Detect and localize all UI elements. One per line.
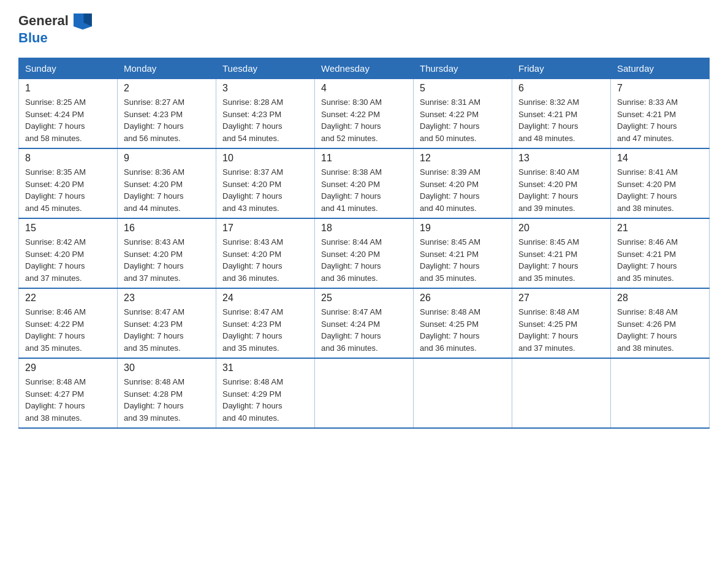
day-info: Sunrise: 8:40 AMSunset: 4:20 PMDaylight:…: [518, 167, 579, 213]
calendar-cell: 31 Sunrise: 8:48 AMSunset: 4:29 PMDaylig…: [216, 358, 315, 428]
day-info: Sunrise: 8:33 AMSunset: 4:21 PMDaylight:…: [617, 98, 678, 143]
calendar-cell: 18 Sunrise: 8:44 AMSunset: 4:20 PMDaylig…: [315, 218, 414, 288]
day-info: Sunrise: 8:32 AMSunset: 4:21 PMDaylight:…: [518, 98, 579, 143]
calendar-cell: 21 Sunrise: 8:46 AMSunset: 4:21 PMDaylig…: [611, 218, 710, 288]
calendar-cell: 13 Sunrise: 8:40 AMSunset: 4:20 PMDaylig…: [512, 148, 611, 218]
calendar-cell: 9 Sunrise: 8:36 AMSunset: 4:20 PMDayligh…: [118, 148, 216, 218]
day-number: 17: [222, 223, 308, 234]
day-number: 8: [25, 153, 111, 164]
calendar-cell: 29 Sunrise: 8:48 AMSunset: 4:27 PMDaylig…: [19, 358, 118, 428]
calendar-cell: 30 Sunrise: 8:48 AMSunset: 4:28 PMDaylig…: [118, 358, 216, 428]
calendar-cell: [315, 358, 414, 428]
weekday-header-saturday: Saturday: [611, 58, 710, 79]
calendar-cell: 16 Sunrise: 8:43 AMSunset: 4:20 PMDaylig…: [118, 218, 216, 288]
weekday-header-row: SundayMondayTuesdayWednesdayThursdayFrid…: [19, 58, 710, 79]
day-info: Sunrise: 8:45 AMSunset: 4:21 PMDaylight:…: [420, 237, 480, 283]
calendar-cell: 2 Sunrise: 8:27 AMSunset: 4:23 PMDayligh…: [118, 79, 216, 149]
calendar-cell: 3 Sunrise: 8:28 AMSunset: 4:23 PMDayligh…: [216, 79, 315, 149]
logo-blue-text: Blue: [18, 31, 92, 45]
day-number: 26: [420, 293, 506, 304]
day-number: 28: [617, 293, 703, 304]
weekday-header-friday: Friday: [512, 58, 611, 79]
day-info: Sunrise: 8:45 AMSunset: 4:21 PMDaylight:…: [518, 237, 579, 283]
day-info: Sunrise: 8:41 AMSunset: 4:20 PMDaylight:…: [617, 167, 678, 213]
day-info: Sunrise: 8:25 AMSunset: 4:24 PMDaylight:…: [25, 98, 86, 143]
calendar-week-row: 8 Sunrise: 8:35 AMSunset: 4:20 PMDayligh…: [19, 148, 710, 218]
day-number: 24: [222, 293, 308, 304]
calendar-cell: 28 Sunrise: 8:48 AMSunset: 4:26 PMDaylig…: [611, 288, 710, 358]
day-number: 12: [420, 153, 506, 164]
day-info: Sunrise: 8:48 AMSunset: 4:25 PMDaylight:…: [420, 307, 480, 353]
weekday-header-sunday: Sunday: [19, 58, 118, 79]
calendar-week-row: 29 Sunrise: 8:48 AMSunset: 4:27 PMDaylig…: [19, 358, 710, 428]
weekday-header-tuesday: Tuesday: [216, 58, 315, 79]
day-number: 7: [617, 83, 703, 94]
day-number: 31: [222, 362, 308, 373]
day-info: Sunrise: 8:48 AMSunset: 4:27 PMDaylight:…: [25, 377, 86, 423]
calendar-cell: 12 Sunrise: 8:39 AMSunset: 4:20 PMDaylig…: [414, 148, 512, 218]
day-number: 23: [124, 293, 210, 304]
day-info: Sunrise: 8:44 AMSunset: 4:20 PMDaylight:…: [321, 237, 382, 283]
day-number: 11: [321, 153, 407, 164]
day-info: Sunrise: 8:27 AMSunset: 4:23 PMDaylight:…: [124, 98, 184, 143]
day-number: 22: [25, 293, 111, 304]
day-number: 15: [25, 223, 111, 234]
day-info: Sunrise: 8:39 AMSunset: 4:20 PMDaylight:…: [420, 167, 480, 213]
calendar-cell: 22 Sunrise: 8:46 AMSunset: 4:22 PMDaylig…: [19, 288, 118, 358]
day-info: Sunrise: 8:30 AMSunset: 4:22 PMDaylight:…: [321, 98, 382, 143]
day-info: Sunrise: 8:38 AMSunset: 4:20 PMDaylight:…: [321, 167, 382, 213]
day-number: 9: [124, 153, 210, 164]
day-number: 21: [617, 223, 703, 234]
day-number: 16: [124, 223, 210, 234]
day-info: Sunrise: 8:42 AMSunset: 4:20 PMDaylight:…: [25, 237, 86, 283]
logo: General Blue: [18, 12, 92, 45]
day-number: 10: [222, 153, 308, 164]
day-info: Sunrise: 8:48 AMSunset: 4:26 PMDaylight:…: [617, 307, 678, 353]
day-info: Sunrise: 8:47 AMSunset: 4:23 PMDaylight:…: [222, 307, 283, 353]
calendar-cell: 10 Sunrise: 8:37 AMSunset: 4:20 PMDaylig…: [216, 148, 315, 218]
calendar-cell: [611, 358, 710, 428]
calendar-week-row: 15 Sunrise: 8:42 AMSunset: 4:20 PMDaylig…: [19, 218, 710, 288]
weekday-header-wednesday: Wednesday: [315, 58, 414, 79]
day-info: Sunrise: 8:28 AMSunset: 4:23 PMDaylight:…: [222, 98, 283, 143]
day-number: 2: [124, 83, 210, 94]
day-info: Sunrise: 8:47 AMSunset: 4:23 PMDaylight:…: [124, 307, 184, 353]
day-number: 29: [25, 362, 111, 373]
logo-icon: [74, 12, 92, 31]
calendar-table: SundayMondayTuesdayWednesdayThursdayFrid…: [18, 58, 710, 429]
day-number: 27: [518, 293, 604, 304]
day-number: 25: [321, 293, 407, 304]
day-number: 14: [617, 153, 703, 164]
day-info: Sunrise: 8:48 AMSunset: 4:25 PMDaylight:…: [518, 307, 579, 353]
calendar-cell: 14 Sunrise: 8:41 AMSunset: 4:20 PMDaylig…: [611, 148, 710, 218]
calendar-cell: 6 Sunrise: 8:32 AMSunset: 4:21 PMDayligh…: [512, 79, 611, 149]
day-number: 19: [420, 223, 506, 234]
day-info: Sunrise: 8:37 AMSunset: 4:20 PMDaylight:…: [222, 167, 283, 213]
logo-text: General: [18, 12, 92, 31]
calendar-cell: 24 Sunrise: 8:47 AMSunset: 4:23 PMDaylig…: [216, 288, 315, 358]
calendar-cell: [512, 358, 611, 428]
calendar-cell: 23 Sunrise: 8:47 AMSunset: 4:23 PMDaylig…: [118, 288, 216, 358]
day-number: 18: [321, 223, 407, 234]
day-number: 13: [518, 153, 604, 164]
calendar-cell: 26 Sunrise: 8:48 AMSunset: 4:25 PMDaylig…: [414, 288, 512, 358]
calendar-cell: 5 Sunrise: 8:31 AMSunset: 4:22 PMDayligh…: [414, 79, 512, 149]
calendar-cell: 20 Sunrise: 8:45 AMSunset: 4:21 PMDaylig…: [512, 218, 611, 288]
day-number: 1: [25, 83, 111, 94]
day-number: 6: [518, 83, 604, 94]
day-number: 3: [222, 83, 308, 94]
weekday-header-thursday: Thursday: [414, 58, 512, 79]
page-header: General Blue: [18, 12, 710, 45]
day-info: Sunrise: 8:31 AMSunset: 4:22 PMDaylight:…: [420, 98, 480, 143]
day-info: Sunrise: 8:46 AMSunset: 4:22 PMDaylight:…: [25, 307, 86, 353]
day-number: 30: [124, 362, 210, 373]
day-number: 20: [518, 223, 604, 234]
day-info: Sunrise: 8:47 AMSunset: 4:24 PMDaylight:…: [321, 307, 382, 353]
calendar-cell: [414, 358, 512, 428]
day-number: 5: [420, 83, 506, 94]
calendar-cell: 1 Sunrise: 8:25 AMSunset: 4:24 PMDayligh…: [19, 79, 118, 149]
day-info: Sunrise: 8:43 AMSunset: 4:20 PMDaylight:…: [124, 237, 184, 283]
calendar-week-row: 22 Sunrise: 8:46 AMSunset: 4:22 PMDaylig…: [19, 288, 710, 358]
calendar-cell: 27 Sunrise: 8:48 AMSunset: 4:25 PMDaylig…: [512, 288, 611, 358]
weekday-header-monday: Monday: [118, 58, 216, 79]
